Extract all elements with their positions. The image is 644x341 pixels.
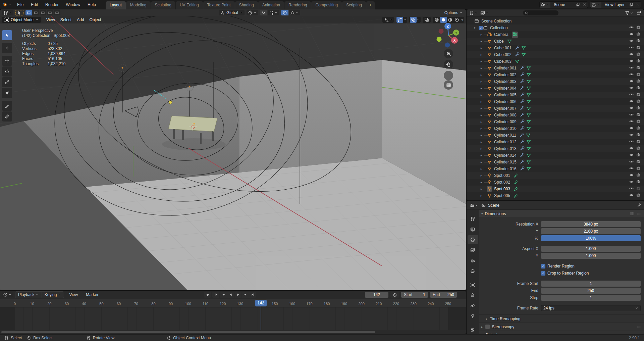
menu-window[interactable]: Window <box>62 1 84 8</box>
select-mode-intersect-button[interactable] <box>54 10 60 15</box>
tool-cursor[interactable] <box>2 43 12 53</box>
outliner-row-cylinder-013[interactable]: ▸Cylinder.013 <box>467 145 644 152</box>
hide-viewport-toggle[interactable] <box>629 153 634 158</box>
tab-animation[interactable]: Animation <box>258 1 284 9</box>
disclosure-triangle[interactable]: ▸ <box>479 134 483 137</box>
xray-toggle[interactable] <box>423 17 431 23</box>
next-keyframe-button[interactable] <box>242 292 249 298</box>
hide-viewport-toggle[interactable] <box>629 180 634 185</box>
aspect-x-field[interactable]: 1.000 <box>541 246 641 252</box>
outliner-row-cube-002[interactable]: ▸Cube.002 <box>467 51 644 58</box>
hide-viewport-toggle[interactable] <box>629 72 634 78</box>
viewport-menu-add[interactable]: Add <box>74 17 87 22</box>
overlays-toggle[interactable] <box>409 17 421 23</box>
active-tool-dropdown[interactable] <box>2 10 13 15</box>
disable-render-toggle[interactable] <box>636 72 641 78</box>
properties-tab-constraints[interactable] <box>468 291 478 299</box>
outliner-editor-type-dropdown[interactable] <box>469 11 478 15</box>
frame-end-field[interactable]: 250 <box>541 288 641 294</box>
outliner-row-cylinder-005[interactable]: ▸Cylinder.005 <box>467 92 644 98</box>
disclosure-triangle[interactable]: ▸ <box>479 73 483 77</box>
properties-tab-physics[interactable] <box>468 302 478 310</box>
disclosure-triangle[interactable]: ▸ <box>479 194 483 197</box>
properties-tab-scene[interactable] <box>468 256 478 265</box>
outliner-row-cylinder-008[interactable]: ▸Cylinder.008 <box>467 112 644 118</box>
disclosure-triangle[interactable]: ▸ <box>479 80 483 83</box>
hide-viewport-toggle[interactable] <box>629 112 634 118</box>
outliner-row-scene-collection[interactable]: Scene Collection <box>467 18 644 25</box>
playback-menu[interactable]: Playback <box>15 292 42 298</box>
properties-editor-type-dropdown[interactable] <box>469 203 479 208</box>
hide-viewport-toggle[interactable] <box>629 193 634 198</box>
prev-keyframe-button[interactable] <box>220 292 227 298</box>
zoom-view-button[interactable] <box>444 49 453 58</box>
viewport-menu-object[interactable]: Object <box>87 17 104 22</box>
tab-layout[interactable]: Layout <box>106 1 126 9</box>
jump-to-end-button[interactable] <box>249 292 256 298</box>
hide-viewport-toggle[interactable] <box>629 173 634 178</box>
tab-texture-paint[interactable]: Texture Paint <box>203 1 235 9</box>
outliner-row-cylinder-015[interactable]: ▸Cylinder.015 <box>467 159 644 165</box>
viewport-menu-select[interactable]: Select <box>58 17 74 22</box>
disable-render-toggle[interactable] <box>636 59 641 64</box>
tool-transform[interactable] <box>2 88 12 98</box>
playhead[interactable]: 142 <box>255 300 267 306</box>
properties-tab-data[interactable] <box>468 312 478 321</box>
disable-render-toggle[interactable] <box>636 133 641 138</box>
outliner-row-cylinder-014[interactable]: ▸Cylinder.014 <box>467 152 644 159</box>
outliner-row-cube[interactable]: ▸Cube <box>467 38 644 45</box>
pin-icon[interactable] <box>637 203 641 207</box>
pan-view-button[interactable] <box>444 60 453 69</box>
hide-viewport-toggle[interactable] <box>629 146 634 151</box>
frame-rate-select[interactable]: 24 fps <box>541 305 641 311</box>
collection-checkbox[interactable]: ✓ <box>479 26 483 30</box>
panel-stereoscopy[interactable]: ▸Stereoscopy <box>479 323 644 331</box>
disclosure-triangle[interactable]: ▸ <box>479 187 483 191</box>
outliner-row-cylinder-002[interactable]: ▸Cylinder.002 <box>467 71 644 78</box>
disable-render-toggle[interactable] <box>636 25 641 31</box>
render-region-checkbox[interactable]: ✓Render Region <box>541 264 575 269</box>
proportional-falloff-dropdown[interactable] <box>289 10 300 15</box>
search-input[interactable] <box>530 11 557 15</box>
disable-render-toggle[interactable] <box>636 39 641 44</box>
outliner-row-cylinder-010[interactable]: ▸Cylinder.010 <box>467 125 644 132</box>
timeline-track[interactable] <box>0 307 466 330</box>
jump-to-start-button[interactable] <box>212 292 219 298</box>
scene-new-button[interactable] <box>575 2 581 8</box>
outliner-row-spot-002[interactable]: ▸Spot.002 <box>467 179 644 186</box>
hide-viewport-toggle[interactable] <box>629 133 634 138</box>
hide-viewport-toggle[interactable] <box>629 166 634 172</box>
disclosure-triangle[interactable]: ▸ <box>479 87 483 90</box>
resolution-x-field[interactable]: 3840 px <box>541 221 641 227</box>
axis-z-label[interactable]: Z <box>447 25 449 28</box>
snap-toggle-button[interactable] <box>260 10 267 15</box>
crop-to-render-region-checkbox[interactable]: ✓Crop to Render Region <box>541 271 589 276</box>
region-collapse-arrow[interactable]: ‹ <box>462 18 464 22</box>
disable-render-toggle[interactable] <box>636 159 641 165</box>
disable-render-toggle[interactable] <box>636 112 641 118</box>
view-layer-name[interactable]: View Layer <box>601 2 628 7</box>
properties-tab-output[interactable] <box>468 235 478 244</box>
disclosure-triangle[interactable]: ▸ <box>479 160 483 164</box>
menu-file[interactable]: File <box>13 1 27 8</box>
stereoscopy-checkbox[interactable] <box>485 325 490 329</box>
axis-y-label[interactable]: Y <box>455 31 457 35</box>
properties-tab-view-layer[interactable] <box>468 246 478 254</box>
use-preview-range-button[interactable] <box>390 292 399 298</box>
proportional-editing-button[interactable] <box>281 10 288 15</box>
transform-orientation-dropdown[interactable]: Global <box>219 10 245 15</box>
new-collection-button[interactable] <box>636 11 642 15</box>
hide-viewport-toggle[interactable] <box>629 65 634 71</box>
outliner-search[interactable] <box>523 10 558 15</box>
play-reverse-button[interactable] <box>227 292 234 298</box>
outliner-row-cylinder-009[interactable]: ▸Cylinder.009 <box>467 118 644 125</box>
viewport-menu-view[interactable]: View <box>44 17 58 22</box>
properties-tab-world[interactable] <box>468 267 478 275</box>
disclosure-triangle[interactable]: ▸ <box>479 154 483 157</box>
hide-viewport-toggle[interactable] <box>629 39 634 44</box>
scene-unlink-button[interactable] <box>581 2 588 8</box>
frame-start-field[interactable]: Start1 <box>401 292 428 298</box>
scene-selector[interactable]: Scene <box>539 1 588 8</box>
tab-modeling[interactable]: Modeling <box>126 1 151 9</box>
view-layer-selector[interactable]: View Layer <box>590 1 641 8</box>
